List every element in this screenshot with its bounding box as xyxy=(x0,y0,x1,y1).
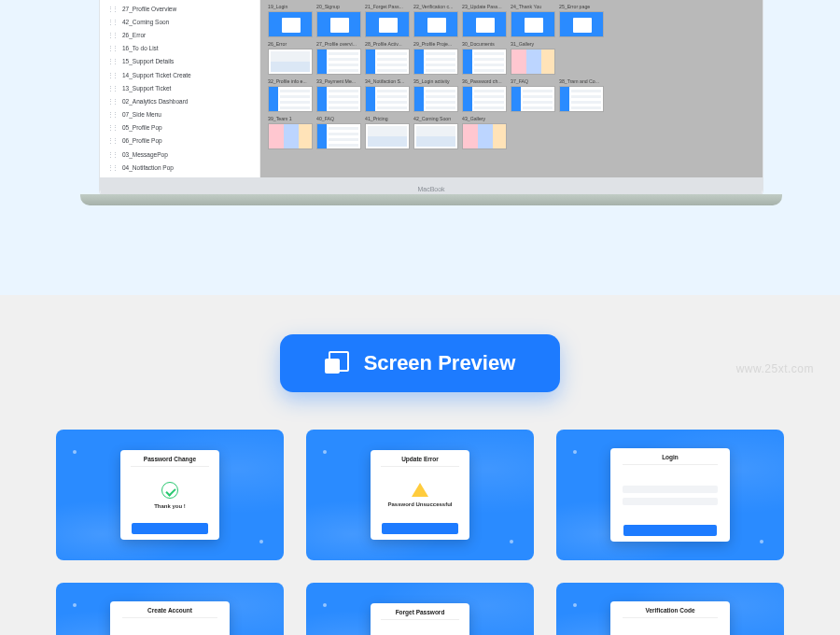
artboard-thumb[interactable]: 22_Verification c... xyxy=(413,4,458,37)
artboard-thumb[interactable]: 26_Error xyxy=(268,41,313,75)
macbook-base xyxy=(80,194,782,205)
layer-label: 42_Coming Soon xyxy=(122,19,169,25)
copy-icon xyxy=(325,351,349,375)
drag-handle-icon: ⋮⋮ xyxy=(107,124,117,131)
layer-item[interactable]: ⋮⋮13_Support Ticket xyxy=(100,81,259,94)
artboard-preview xyxy=(316,49,361,75)
layers-sidebar[interactable]: ⋮⋮27_Profile Overview⋮⋮42_Coming Soon⋮⋮2… xyxy=(100,0,260,177)
artboard-label: 37_FAQ xyxy=(511,78,555,85)
layer-item[interactable]: ⋮⋮16_To do List xyxy=(100,42,259,55)
drag-handle-icon: ⋮⋮ xyxy=(107,19,117,25)
primary-button[interactable] xyxy=(132,523,209,534)
layer-item[interactable]: ⋮⋮03_MessagePop xyxy=(100,148,259,161)
artboard-thumb[interactable]: 31_Gallery xyxy=(511,41,555,75)
layer-item[interactable]: ⋮⋮02_Analytics Dashboard xyxy=(100,94,259,107)
artboard-preview xyxy=(559,86,604,112)
layer-label: 04_Notifaction Pop xyxy=(122,164,174,171)
artboard-label: 19_Login xyxy=(268,4,313,10)
artboard-preview xyxy=(268,49,313,75)
artboard-thumb[interactable]: 33_Payment Me... xyxy=(316,78,361,112)
artboard-thumb[interactable]: 35_Login activity xyxy=(413,78,458,112)
screen-preview-region: Screen Preview www.25xt.com Password Cha… xyxy=(0,295,840,635)
modal-body xyxy=(110,618,230,635)
artboard-thumb[interactable]: 28_Profile Activ... xyxy=(365,41,410,75)
layer-label: 16_To do List xyxy=(122,45,159,51)
artboard-thumb[interactable]: 37_FAQ xyxy=(511,78,555,112)
input-field[interactable] xyxy=(623,498,718,505)
layer-label: 14_Support Ticket Create xyxy=(122,72,191,78)
artboard-label: 35_Login activity xyxy=(413,78,458,85)
modal-title: Password Change xyxy=(131,450,210,467)
primary-button[interactable] xyxy=(623,525,717,536)
layer-item[interactable]: ⋮⋮15_Support Details xyxy=(100,55,259,68)
artboard-thumb[interactable]: 23_Update Pass... xyxy=(462,4,507,37)
artboard-thumb[interactable]: 29_Profile Proje... xyxy=(413,41,458,75)
layer-label: 03_MessagePop xyxy=(122,151,168,158)
artboard-thumb[interactable]: 30_Documents xyxy=(462,41,507,75)
artboard-thumb[interactable]: 24_Thank You xyxy=(511,4,555,37)
artboard-thumb[interactable]: 19_Login xyxy=(268,4,313,37)
preview-card[interactable]: Verification Code357396 xyxy=(556,583,784,635)
preview-card[interactable]: Password ChangeThank you ! xyxy=(56,430,284,560)
artboard-preview xyxy=(316,123,361,149)
artboard-thumb[interactable]: 43_Gallery xyxy=(462,116,507,149)
artboard-label: 25_Error page xyxy=(559,4,604,10)
layer-item[interactable]: ⋮⋮42_Coming Soon xyxy=(100,15,259,28)
artboard-thumb[interactable]: 38_Tram and Co... xyxy=(559,78,604,112)
artboard-preview xyxy=(462,11,507,37)
artboard-label: 28_Profile Activ... xyxy=(365,41,410,48)
modal-title: Update Error xyxy=(381,450,460,467)
layer-item[interactable]: ⋮⋮05_Profile Pop xyxy=(100,121,259,134)
artboard-preview xyxy=(462,49,507,75)
preview-card[interactable]: Update ErrorPassword Unsuccessful xyxy=(306,430,534,560)
artboard-row: 32_Profile info e...33_Payment Me...34_N… xyxy=(268,78,755,112)
macbook-frame: ⋮⋮27_Profile Overview⋮⋮42_Coming Soon⋮⋮2… xyxy=(99,0,763,201)
artboard-preview xyxy=(413,49,458,75)
artboard-preview xyxy=(462,123,507,149)
modal-body: Thank you ! xyxy=(120,467,219,523)
preview-card[interactable]: Login xyxy=(556,430,784,560)
modal-message: Password Unsuccessful xyxy=(387,501,452,507)
artboard-thumb[interactable]: 42_Coming Soon xyxy=(413,116,458,149)
layer-item[interactable]: ⋮⋮27_Profile Overview xyxy=(100,2,259,15)
design-tool-window: ⋮⋮27_Profile Overview⋮⋮42_Coming Soon⋮⋮2… xyxy=(100,0,763,177)
artboard-thumb[interactable]: 21_Forget Pass... xyxy=(365,4,410,37)
input-field[interactable] xyxy=(623,486,718,493)
modal-card: Forget Password xyxy=(371,603,469,635)
artboard-thumb[interactable]: 36_Password ch... xyxy=(462,78,507,112)
modal-title: Create Account xyxy=(122,601,217,618)
artboard-row: 39_Team 140_FAQ41_Pricing42_Coming Soon4… xyxy=(268,116,755,149)
artboard-label: 22_Verification c... xyxy=(413,4,458,10)
layer-item[interactable]: ⋮⋮14_Support Ticket Create xyxy=(100,68,259,81)
drag-handle-icon: ⋮⋮ xyxy=(107,111,117,118)
artboard-thumb[interactable]: 40_FAQ xyxy=(316,116,361,149)
layer-item[interactable]: ⋮⋮04_Notifaction Pop xyxy=(100,161,259,174)
artboard-thumb[interactable]: 25_Error page xyxy=(559,4,604,37)
artboard-thumb[interactable]: 41_Pricing xyxy=(365,116,410,149)
layer-item[interactable]: ⋮⋮07_Side Menu xyxy=(100,108,259,121)
modal-title: Forget Password xyxy=(381,603,460,620)
artboard-label: 39_Team 1 xyxy=(268,116,313,122)
artboard-label: 21_Forget Pass... xyxy=(365,4,410,10)
drag-handle-icon: ⋮⋮ xyxy=(107,85,117,92)
layer-item[interactable]: ⋮⋮06_Profile Pop xyxy=(100,134,259,148)
drag-handle-icon: ⋮⋮ xyxy=(107,45,117,51)
drag-handle-icon: ⋮⋮ xyxy=(107,72,117,78)
artboard-preview xyxy=(511,49,555,75)
artboard-thumb[interactable]: 20_Signup xyxy=(316,4,361,37)
layer-item[interactable]: ⋮⋮26_Error xyxy=(100,28,259,41)
layer-label: 13_Support Ticket xyxy=(122,85,171,92)
artboard-canvas[interactable]: 19_Login20_Signup21_Forget Pass...22_Ver… xyxy=(260,0,763,177)
primary-button[interactable] xyxy=(382,523,459,534)
artboard-thumb[interactable]: 39_Team 1 xyxy=(268,116,313,149)
modal-card: Create Account xyxy=(110,601,230,635)
artboard-thumb[interactable]: 27_Profile overvi... xyxy=(316,41,361,75)
preview-card[interactable]: Forget Password xyxy=(306,583,534,635)
preview-card[interactable]: Create Account xyxy=(56,583,284,635)
artboard-label: 29_Profile Proje... xyxy=(413,41,458,48)
drag-handle-icon: ⋮⋮ xyxy=(107,137,117,144)
artboard-thumb[interactable]: 34_Notifaction S... xyxy=(365,78,410,112)
artboard-thumb[interactable]: 32_Profile info e... xyxy=(268,78,313,112)
artboard-preview xyxy=(268,86,313,112)
modal-card: Update ErrorPassword Unsuccessful xyxy=(371,450,469,540)
